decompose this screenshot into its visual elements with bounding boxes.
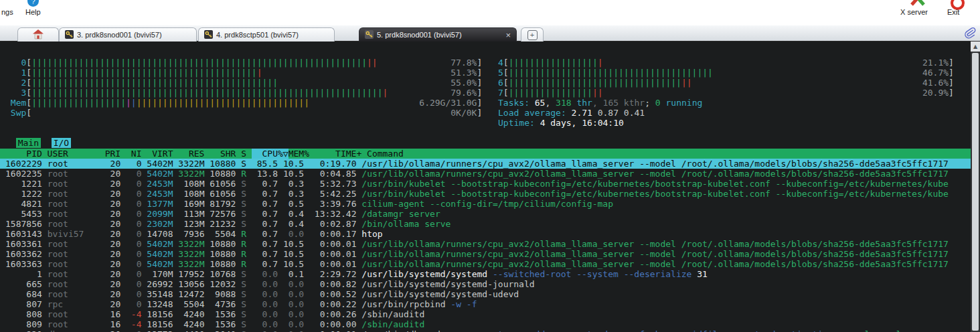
cpu-meter-2: 2[||||||||||||||||||||||||||||||||||||||… — [5, 78, 482, 88]
tab-label: 4. prdk8sctp501 (bvivi57) — [216, 31, 299, 39]
process-command: /usr/bin/rpcbind — [361, 299, 445, 309]
process-command: /usr/lib/systemd/systemd-journald — [361, 279, 534, 289]
ssh-key-icon — [365, 30, 374, 40]
process-row[interactable]: 665 root 20 0 26992 13056 12032 S 0.0 0.… — [0, 279, 971, 289]
process-command: /usr/lib/ollama/runners/cpu_avx2/ollama_… — [361, 259, 949, 269]
cpu-meter-5: 5[||||||||||||||||||||||||||||||||||||||… — [498, 68, 954, 78]
meter-value: 41.6% — [922, 78, 949, 88]
session-tab-5-active[interactable]: 5. prdk8snod001 (bvivi57) × — [359, 27, 517, 42]
process-row[interactable]: 1602235 root 20 0 5402M 3322M 10880 R 13… — [0, 169, 971, 179]
cpu-mem-meters-left: 0[||||||||||||||||||||||||||||||||||||||… — [5, 58, 482, 118]
process-command: /usr/bin/dbus-daemon — [361, 329, 467, 332]
process-row[interactable]: 1603361 root 20 0 5402M 3322M 10880 R 0.… — [0, 239, 971, 249]
tasks-summary: Tasks: 65, 318 thr, 165 kthr; 0 running — [498, 98, 954, 108]
tab-bar: 3. prdk8snod001 (bvivi57) 4. prdk8sctp50… — [0, 25, 980, 42]
process-command: /bin/ollama serve — [361, 219, 451, 229]
settings-menu-partial[interactable]: ngs — [1, 8, 13, 16]
process-command: /usr/lib/systemd/systemd — [361, 269, 487, 279]
cpu-meter-6: 6[|||||||||||||||||||||||||||||||||||41.… — [498, 78, 954, 88]
meter-value: 51.3% — [451, 68, 477, 78]
process-row[interactable]: 1587856 root 20 0 2302M 123M 21232 S 0.7… — [0, 219, 971, 229]
session-tab-3[interactable]: 3. prdk8snod001 (bvivi57) — [59, 27, 197, 42]
tab-label: 3. prdk8snod001 (bvivi57) — [77, 31, 162, 39]
cpu-meter-7: 7[||||||||||||||||||20.9%] — [498, 88, 954, 98]
process-row[interactable]: 1 root 20 0 170M 17952 10768 S 0.0 0.1 2… — [0, 269, 971, 279]
meter-value: 79.6% — [451, 88, 477, 98]
exit-button[interactable]: Exit — [947, 8, 959, 16]
cpu-meter-4: 4[||||||||||||||||||21.1%] — [498, 58, 954, 68]
process-command: -w -f — [446, 299, 477, 309]
process-row[interactable]: 1603143 bvivi57 20 0 14708 7936 5504 R 0… — [0, 229, 971, 239]
meter-value: 6.29G/31.0G — [419, 98, 477, 108]
toolbar: ngs ? Help X server Exit — [0, 0, 980, 25]
help-icon: ? — [27, 0, 39, 7]
mem-meter: Mem[||||||||||||||||||||||||||||||||||||… — [5, 98, 482, 108]
x-server-button[interactable]: X server — [900, 8, 928, 16]
process-row[interactable]: 4821 root 20 0 1377M 169M 81792 S 0.7 0.… — [0, 199, 971, 209]
load-average: Load average: 2.71 0.87 0.41 — [498, 108, 954, 118]
process-command: /usr/lib/ollama/runners/cpu_avx2/ollama_… — [361, 169, 949, 179]
home-tab[interactable] — [17, 27, 59, 42]
sort-column-cpu[interactable]: CPU%▽ — [252, 149, 289, 159]
process-command: htop — [361, 229, 382, 239]
process-command: /usr/lib/systemd/systemd-udevd — [361, 289, 519, 299]
scroll-up-button[interactable]: ▲ — [971, 42, 980, 52]
process-row[interactable]: 1221 root 20 0 2453M 108M 61056 S 0.7 0.… — [0, 179, 971, 189]
process-command: /usr/lib/ollama/runners/cpu_avx2/ollama_… — [361, 239, 949, 249]
tab-label: 5. prdk8snod001 (bvivi57) — [377, 31, 462, 39]
process-command: /sbin/auditd — [361, 319, 424, 329]
process-command: cilium-agent --config-dir=/tmp/cilium/co… — [361, 199, 613, 209]
scrollbar-thumb[interactable] — [972, 53, 979, 331]
meter-value: 46.7% — [922, 68, 949, 78]
process-row[interactable]: 1603362 root 20 0 5402M 3322M 10880 R 0.… — [0, 249, 971, 259]
process-command: --syslog-only — [833, 329, 907, 332]
process-command: /usr/lib/ollama/runners/cpu_avx2/ollama_… — [361, 159, 949, 169]
htop-tab-main[interactable]: Main — [16, 138, 41, 148]
cpu-meter-0: 0[||||||||||||||||||||||||||||||||||||||… — [5, 58, 482, 68]
process-command: /usr/lib/ollama/runners/cpu_avx2/ollama_… — [361, 249, 949, 259]
swp-meter: Swp[0K/0K] — [5, 108, 482, 118]
plus-icon: + — [527, 30, 538, 40]
process-command: --switched-root --system --deserialize — [487, 269, 691, 279]
process-command: /usr/bin/kubelet --bootstrap-kubeconfig=… — [361, 179, 949, 189]
meter-value: 55.0% — [451, 78, 477, 88]
terminal-screen[interactable]: 0[||||||||||||||||||||||||||||||||||||||… — [0, 42, 980, 332]
process-table: 1602229 root 20 0 5402M 3322M 10880 S 85… — [0, 159, 971, 332]
process-row[interactable]: 820 dbus 20 0 13772 4400 3040 S 0.0 0.0 … — [0, 329, 971, 332]
tab-close-icon[interactable]: × — [505, 30, 511, 40]
process-command: /sbin/auditd — [361, 309, 424, 319]
cpu-meters-right-and-summary: 4[||||||||||||||||||21.1%]5[||||||||||||… — [498, 58, 954, 128]
process-row[interactable]: 1222 root 20 0 2453M 108M 61056 S 0.7 0.… — [0, 189, 971, 199]
meter-value: 21.1% — [922, 58, 949, 68]
htop-view-tabs: Main I/O — [5, 138, 71, 148]
process-row[interactable]: 809 root 16 -4 18156 4240 1536 S 0.0 0.0… — [0, 319, 971, 329]
process-command: /usr/bin/kubelet --bootstrap-kubeconfig=… — [361, 189, 949, 199]
help-button[interactable]: Help — [25, 8, 41, 16]
cpu-meter-3: 3[||||||||||||||||||||||||||||||||||||||… — [5, 88, 482, 98]
process-command: /datamgr server — [361, 209, 440, 219]
new-tab-button[interactable]: + — [521, 27, 544, 42]
htop-tab-io[interactable]: I/O — [52, 138, 71, 148]
home-icon — [33, 29, 44, 41]
ssh-key-icon — [65, 30, 74, 40]
process-command: --system --address=systemd: --nofork --n… — [467, 329, 833, 332]
ssh-key-icon — [204, 30, 213, 40]
cpu-meter-1: 1[||||||||||||||||||||||||||||||||||||||… — [5, 68, 482, 78]
process-command: 31 — [691, 269, 707, 279]
scrollbar[interactable]: ▲ — [971, 42, 980, 332]
meter-value: 77.8% — [451, 58, 477, 68]
process-row[interactable]: 1603363 root 20 0 5402M 3322M 10880 R 0.… — [0, 259, 971, 269]
process-table-header[interactable]: PID USER PRI NI VIRT RES SHR S CPU%▽MEM%… — [0, 149, 971, 159]
process-row[interactable]: 807 rpc 20 0 13248 5504 4736 S 0.0 0.0 0… — [0, 299, 971, 309]
uptime: Uptime: 4 days, 16:04:10 — [498, 118, 954, 128]
process-row[interactable]: 808 root 16 -4 18156 4240 1536 S 0.0 0.0… — [0, 309, 971, 319]
meter-value: 20.9% — [922, 88, 949, 98]
process-row[interactable]: 5453 root 20 0 2099M 113M 72576 S 0.7 0.… — [0, 209, 971, 219]
process-row-selected[interactable]: 1602229 root 20 0 5402M 3322M 10880 S 85… — [0, 159, 971, 169]
meter-value: 0K/0K — [451, 108, 477, 118]
session-tab-4[interactable]: 4. prdk8sctp501 (bvivi57) — [198, 27, 335, 42]
process-row[interactable]: 684 root 20 0 35148 12472 9088 S 0.0 0.0… — [0, 289, 971, 299]
